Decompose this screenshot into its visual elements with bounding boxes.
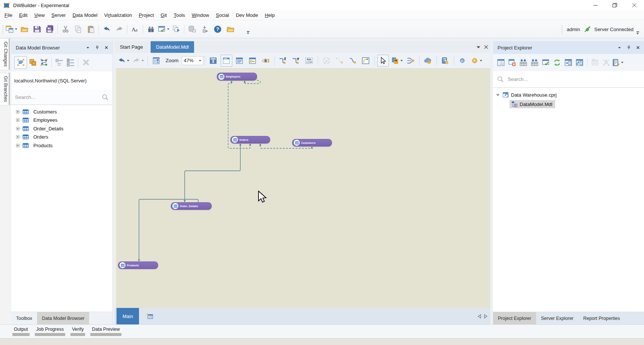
- expand-icon[interactable]: [16, 118, 19, 122]
- menu-tools[interactable]: Tools: [170, 10, 188, 20]
- expand-icon[interactable]: [16, 127, 19, 130]
- auto-size-button[interactable]: [321, 55, 332, 67]
- save-button[interactable]: [31, 23, 43, 35]
- delete-button[interactable]: [80, 57, 91, 69]
- table-tree-item[interactable]: Products: [11, 141, 112, 150]
- close-document-icon[interactable]: [484, 45, 488, 49]
- zoom-combobox[interactable]: 47%: [182, 56, 203, 65]
- minimize-button[interactable]: [586, 0, 605, 10]
- expander-icon[interactable]: [496, 93, 500, 97]
- entity-employees[interactable]: Employees: [217, 73, 257, 81]
- output-tab-job-progress[interactable]: Job Progress: [35, 325, 66, 336]
- settings-button[interactable]: [470, 55, 483, 67]
- add-tables-button[interactable]: [518, 57, 529, 69]
- sort-descending-button[interactable]: [290, 55, 302, 67]
- tab-list-icon[interactable]: [477, 46, 480, 49]
- relationship-orderdetails-orders[interactable]: [185, 145, 241, 200]
- validate-project-button[interactable]: [540, 57, 551, 69]
- scroll-left-icon[interactable]: [478, 314, 481, 318]
- toolbar-overflow-button[interactable]: [245, 29, 251, 36]
- entity-products[interactable]: Products: [118, 261, 158, 269]
- panel-tab-toolbox[interactable]: Toolbox: [11, 312, 37, 324]
- panel-tab-data-model-browser[interactable]: Data Model Browser: [37, 312, 89, 324]
- table-search-box[interactable]: Search...: [11, 90, 112, 105]
- redo-button[interactable]: [114, 23, 125, 35]
- new-diagram-icon[interactable]: [146, 308, 154, 324]
- display-attributes-button[interactable]: [234, 55, 245, 67]
- menu-help[interactable]: Help: [261, 10, 278, 20]
- paste-button[interactable]: [85, 23, 97, 35]
- menu-project[interactable]: Project: [135, 10, 157, 20]
- project-search-box[interactable]: Search...: [493, 71, 644, 88]
- remove-button[interactable]: [507, 57, 518, 69]
- expand-icon[interactable]: [16, 135, 19, 139]
- database-history-button[interactable]: [186, 23, 198, 35]
- entity-order_details[interactable]: Order_Details: [171, 202, 212, 210]
- expand-icon[interactable]: [16, 110, 19, 114]
- table-tree-item[interactable]: Order_Details: [11, 124, 112, 133]
- open-project-folder-button[interactable]: [224, 23, 236, 35]
- lineage-button[interactable]: [601, 57, 612, 69]
- maximize-button[interactable]: [605, 0, 625, 10]
- pin-icon[interactable]: [94, 45, 100, 51]
- route-boxed-button[interactable]: [360, 55, 372, 67]
- display-keys-button[interactable]: [247, 55, 258, 67]
- diagram-page-tab-main[interactable]: Main: [117, 308, 139, 324]
- job-config-button[interactable]: [589, 57, 601, 69]
- database-import-button[interactable]: [199, 23, 211, 35]
- menu-git[interactable]: Git: [157, 10, 170, 20]
- report-button[interactable]: [612, 57, 623, 69]
- output-tab-data-preview[interactable]: Data Preview: [90, 325, 121, 336]
- menu-file[interactable]: File: [1, 10, 16, 20]
- settings-sync-button[interactable]: [457, 55, 468, 67]
- diagram-canvas[interactable]: EmployeesOrdersCustomersOrder_DetailsPro…: [115, 69, 490, 308]
- output-tab-verify[interactable]: Verify: [70, 325, 85, 336]
- close-icon[interactable]: [103, 45, 109, 51]
- route-dotted-button[interactable]: [334, 55, 345, 67]
- find-button[interactable]: [145, 23, 157, 35]
- display-options-button[interactable]: [260, 55, 272, 67]
- sort-ascending-button[interactable]: [277, 55, 289, 67]
- database-info-button[interactable]: [439, 55, 451, 67]
- close-button[interactable]: [625, 0, 644, 10]
- close-icon[interactable]: [635, 45, 641, 51]
- pointer-button[interactable]: [377, 55, 389, 67]
- status-overflow-button[interactable]: [635, 29, 640, 37]
- save-all-button[interactable]: [44, 23, 55, 35]
- menu-window[interactable]: Window: [188, 10, 212, 20]
- document-tab-datamodel-mdl[interactable]: DataModel.Mdl: [151, 41, 194, 53]
- model-overview-button[interactable]: [14, 56, 27, 69]
- menu-dev-mode[interactable]: Dev Mode: [232, 10, 261, 20]
- expand-list-button[interactable]: [65, 57, 76, 69]
- toolbar-grip[interactable]: [2, 24, 4, 34]
- show-datatypes-button[interactable]: [303, 55, 315, 67]
- menu-virtualization[interactable]: Virtualization: [101, 10, 135, 20]
- new-model-button[interactable]: [6, 23, 17, 35]
- output-tab-output[interactable]: Output: [12, 325, 30, 336]
- tree-item-project[interactable]: Data Warehouse.cprj: [493, 91, 644, 99]
- tree-item-model[interactable]: DataModel.Mdl: [493, 100, 644, 108]
- properties-button[interactable]: [495, 57, 507, 69]
- menu-view[interactable]: View: [31, 10, 48, 20]
- route-curved-button[interactable]: [347, 55, 359, 67]
- relationships-button[interactable]: [38, 57, 49, 69]
- merge-model-button[interactable]: [405, 55, 417, 67]
- panel-menu-icon[interactable]: [616, 45, 622, 51]
- menu-data-model[interactable]: Data Model: [69, 10, 101, 20]
- open-button[interactable]: [18, 23, 30, 35]
- copy-button[interactable]: [72, 23, 84, 35]
- deploy-cloud-button[interactable]: [422, 55, 434, 67]
- document-tab-start-page[interactable]: Start Page: [115, 41, 148, 53]
- panel-tab-report-properties[interactable]: Report Properties: [578, 312, 625, 324]
- pin-icon[interactable]: [626, 45, 632, 51]
- dock-left-button[interactable]: [563, 57, 574, 69]
- display-collapsed-button[interactable]: [208, 55, 219, 67]
- panel-tab-server-explorer[interactable]: Server Explorer: [536, 312, 578, 324]
- menu-edit[interactable]: Edit: [16, 10, 31, 20]
- subject-areas-button[interactable]: [27, 57, 38, 69]
- display-header-button[interactable]: [221, 55, 232, 67]
- table-tree-item[interactable]: Employees: [11, 116, 112, 125]
- side-tab-git-changes[interactable]: Git Changes: [0, 38, 11, 70]
- diagram-layout-button[interactable]: [150, 55, 162, 67]
- menu-server[interactable]: Server: [48, 10, 69, 20]
